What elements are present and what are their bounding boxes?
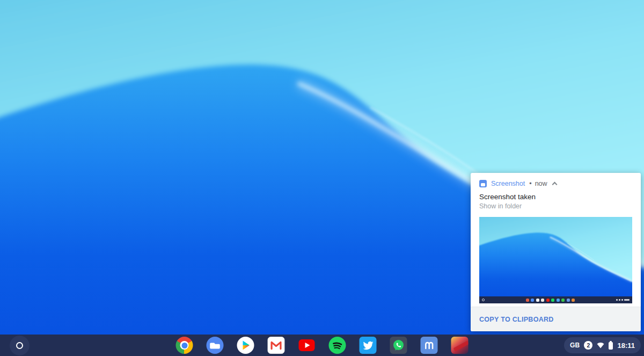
notification-count-badge: 2 [584, 341, 592, 350]
game-app-icon[interactable] [451, 337, 469, 354]
spotify-waves-icon [329, 337, 346, 354]
notification-source: Screenshot [491, 180, 525, 187]
gmail-envelope-icon [268, 337, 284, 354]
chrome-hub-icon [180, 341, 189, 350]
mini-launcher-icon [482, 299, 485, 301]
files-app-icon[interactable] [207, 337, 224, 354]
mini-app-dot [557, 299, 560, 302]
mini-app-dot [531, 299, 534, 302]
mini-app-dot [561, 299, 565, 302]
wifi-icon [597, 342, 604, 348]
play-triangle-icon [237, 337, 254, 354]
mini-app-dot [536, 299, 539, 302]
play-store-app-icon[interactable] [237, 337, 254, 354]
notification-collapse-button[interactable] [552, 180, 558, 187]
shelf: GB 2 18:11 [0, 335, 644, 356]
chromeos-desktop: Screenshot • now Screenshot taken Show i… [0, 0, 644, 356]
launcher-circle-icon [16, 342, 23, 349]
mini-app-dot [526, 299, 529, 302]
shelf-apps [176, 337, 469, 354]
copy-to-clipboard-button[interactable]: COPY TO CLIPBOARD [479, 316, 554, 323]
battery-icon [609, 342, 613, 350]
mini-app-dot [546, 299, 550, 302]
notification-header: Screenshot • now [471, 173, 641, 187]
screenshot-thumbnail[interactable] [479, 217, 632, 303]
mini-app-dot [572, 299, 575, 302]
mini-app-dot [551, 299, 554, 302]
clock: 18:11 [617, 342, 635, 350]
notification-timestamp: now [535, 180, 547, 187]
spotify-app-icon[interactable] [329, 337, 346, 354]
screenshot-app-icon [479, 180, 487, 187]
notification-action-bar: COPY TO CLIPBOARD [471, 307, 641, 331]
show-in-folder-link[interactable]: Show in folder [471, 201, 641, 210]
mini-app-dot [541, 299, 544, 302]
whatsapp-phone-icon [390, 337, 407, 354]
chevron-up-icon [552, 182, 557, 187]
thumb-shelf-apps [526, 299, 575, 302]
notification-meta: • now [529, 180, 547, 187]
keyboard-layout-indicator: GB [570, 342, 580, 349]
thumbnail-shelf [479, 296, 632, 303]
status-tray[interactable]: GB 2 18:11 [564, 337, 641, 353]
dot-separator: • [529, 180, 531, 187]
twitter-bird-icon [363, 340, 373, 351]
game-artwork [453, 340, 469, 351]
twitter-app-icon[interactable] [360, 337, 377, 354]
thumbnail-wallpaper [479, 217, 632, 303]
whatsapp-app-icon[interactable] [390, 337, 407, 354]
mini-app-dot [567, 299, 570, 302]
youtube-play-icon [299, 339, 315, 351]
chrome-app-icon[interactable] [176, 337, 193, 354]
mastodon-app-icon[interactable] [421, 337, 438, 354]
mini-tray [616, 299, 630, 301]
folder-icon [207, 337, 224, 354]
gmail-app-icon[interactable] [268, 337, 285, 354]
screenshot-notification[interactable]: Screenshot • now Screenshot taken Show i… [471, 173, 641, 331]
youtube-app-icon[interactable] [298, 337, 316, 354]
launcher-button[interactable] [10, 336, 30, 355]
notification-title: Screenshot taken [471, 187, 641, 201]
mastodon-m-icon [421, 337, 438, 354]
